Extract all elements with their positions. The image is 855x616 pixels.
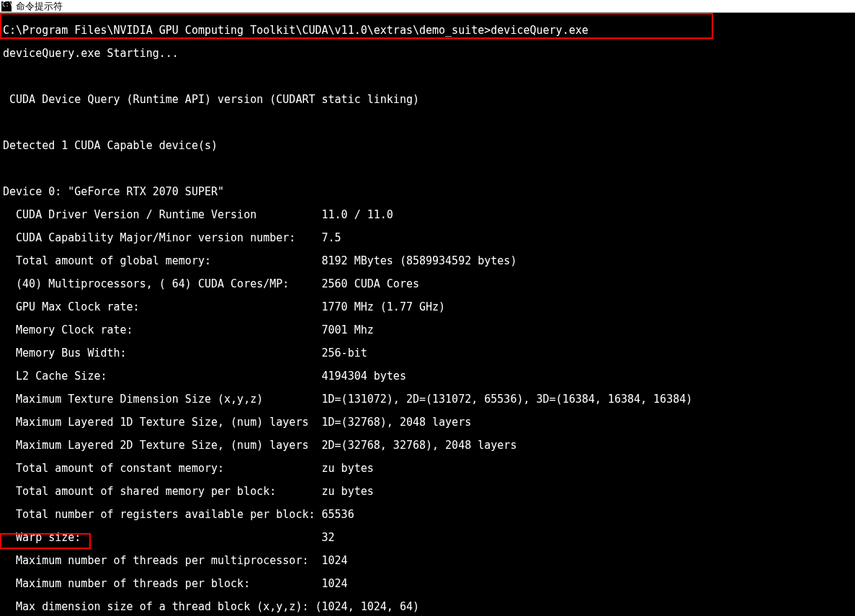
output-line: Detected 1 CUDA Capable device(s) <box>3 140 852 151</box>
output-line: CUDA Capability Major/Minor version numb… <box>3 232 852 244</box>
output-line: Maximum number of threads per block: 102… <box>3 578 852 589</box>
output-line: Memory Clock rate: 7001 Mhz <box>3 324 852 336</box>
output-line: CUDA Driver Version / Runtime Version 11… <box>3 209 852 220</box>
output-line: Maximum Texture Dimension Size (x,y,z) 1… <box>3 393 852 405</box>
output-line: Maximum Layered 2D Texture Size, (num) l… <box>3 439 852 451</box>
cmd-icon <box>1 1 12 12</box>
output-line: Memory Bus Width: 256-bit <box>3 347 852 359</box>
output-line <box>3 117 852 128</box>
output-line <box>3 71 852 82</box>
window-title: 命令提示符 <box>16 1 63 12</box>
terminal-output[interactable]: C:\Program Files\NVIDIA GPU Computing To… <box>0 13 855 616</box>
output-line: GPU Max Clock rate: 1770 MHz (1.77 GHz) <box>3 301 852 313</box>
output-line: Total amount of global memory: 8192 MByt… <box>3 255 852 267</box>
output-line: Warp size: 32 <box>3 532 852 543</box>
window-titlebar[interactable]: 命令提示符 <box>0 0 855 13</box>
output-line: Total number of registers available per … <box>3 509 852 520</box>
output-line: Total amount of shared memory per block:… <box>3 486 852 497</box>
output-line: Max dimension size of a thread block (x,… <box>3 601 852 612</box>
output-line: Device 0: "GeForce RTX 2070 SUPER" <box>3 186 852 197</box>
output-line: (40) Multiprocessors, ( 64) CUDA Cores/M… <box>3 278 852 290</box>
output-line: Maximum number of threads per multiproce… <box>3 555 852 566</box>
output-line: deviceQuery.exe Starting... <box>3 48 852 59</box>
output-line <box>3 163 852 174</box>
output-line: L2 Cache Size: 4194304 bytes <box>3 370 852 382</box>
output-line: CUDA Device Query (Runtime API) version … <box>3 94 852 105</box>
output-line: Maximum Layered 1D Texture Size, (num) l… <box>3 416 852 428</box>
prompt-line: C:\Program Files\NVIDIA GPU Computing To… <box>3 24 852 36</box>
output-line: Total amount of constant memory: zu byte… <box>3 463 852 474</box>
